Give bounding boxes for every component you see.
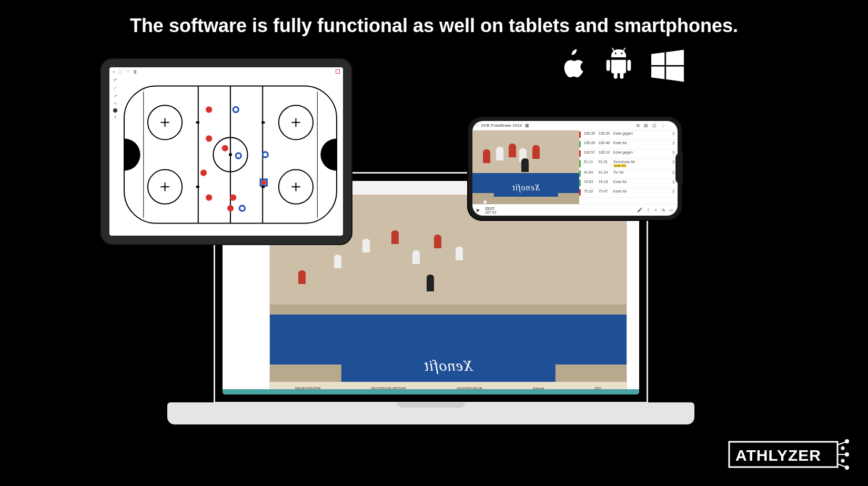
laptop-timeline[interactable] bbox=[223, 389, 639, 394]
marker-tool-icon[interactable] bbox=[113, 108, 117, 113]
phone-playback-controls: ▶ 15:27 107:33 🎤 ⇪ ≡ ◔ ▭ bbox=[472, 204, 678, 216]
tablet-device: × ⬚ ↔ 🗑 ↶ ／ ↗ ∿ T bbox=[100, 58, 352, 245]
svg-rect-33 bbox=[196, 122, 199, 124]
event-row[interactable]: 102:57 103:12 Ecke gegen 🗑 bbox=[579, 149, 678, 159]
phone-video-frame: Xenofit bbox=[472, 130, 579, 204]
svg-rect-35 bbox=[261, 122, 265, 124]
layers-icon[interactable]: ▤ bbox=[644, 123, 648, 128]
event-row[interactable]: 91:11 91:31 Torschuss für aufs Tor 🗑 bbox=[579, 159, 678, 169]
svg-point-25 bbox=[227, 205, 234, 211]
arrow-tool-icon[interactable]: ↗ bbox=[114, 94, 117, 98]
svg-point-26 bbox=[230, 194, 236, 200]
svg-point-44 bbox=[845, 466, 849, 469]
platform-icons bbox=[557, 47, 684, 84]
select-tool-icon[interactable]: ⬚ bbox=[118, 69, 123, 74]
tablet-screen: × ⬚ ↔ 🗑 ↶ ／ ↗ ∿ T bbox=[109, 67, 343, 236]
mic-icon[interactable]: 🎤 bbox=[637, 208, 642, 212]
rink-banner: Xenofit bbox=[341, 349, 556, 382]
svg-point-46 bbox=[842, 460, 844, 462]
total-time: 107:33 bbox=[485, 210, 496, 214]
delete-event-icon[interactable]: 🗑 bbox=[672, 141, 675, 145]
svg-point-22 bbox=[222, 145, 228, 151]
line-tool-icon[interactable]: ／ bbox=[113, 85, 117, 91]
copy-icon[interactable]: ⧉ bbox=[637, 123, 640, 128]
text-tool-icon[interactable]: T bbox=[114, 115, 117, 120]
apple-icon bbox=[557, 47, 586, 84]
brand-logo: ATHLYZER bbox=[728, 438, 849, 473]
svg-line-39 bbox=[837, 442, 846, 445]
delete-event-icon[interactable]: 🗑 bbox=[672, 150, 675, 154]
phone-screen: ‹ DFB Pokalfinale 2018 ▦ ⧉ ▤ ◫ ⋮ bbox=[472, 121, 678, 216]
curve-tool-icon[interactable]: ∿ bbox=[114, 101, 117, 106]
event-row[interactable]: 91:04 91:24 Tor für 🗑 bbox=[579, 169, 678, 179]
undo-icon[interactable]: ↶ bbox=[114, 78, 117, 83]
phone-header: ‹ DFB Pokalfinale 2018 ▦ ⧉ ▤ ◫ ⋮ bbox=[472, 121, 678, 130]
share-icon[interactable]: ⇪ bbox=[647, 208, 650, 212]
close-icon[interactable]: × bbox=[113, 69, 115, 74]
phone-rink-banner: Xenofit bbox=[494, 179, 558, 197]
tablet-toolbar: × ⬚ ↔ 🗑 bbox=[109, 67, 343, 76]
hockey-rink-diagram[interactable] bbox=[123, 79, 338, 230]
svg-point-24 bbox=[206, 194, 212, 200]
tablet-tool-palette: ↶ ／ ↗ ∿ T bbox=[112, 78, 119, 120]
event-row[interactable]: 76:03 76:18 Ecke für 🗑 bbox=[579, 179, 678, 188]
svg-text:ATHLYZER: ATHLYZER bbox=[735, 447, 821, 464]
grid-icon[interactable]: ▦ bbox=[525, 123, 529, 128]
current-time: 15:27 bbox=[485, 207, 496, 210]
svg-point-20 bbox=[206, 106, 212, 113]
android-icon bbox=[604, 47, 633, 84]
event-row[interactable]: 105:20 105:35 Ecke gegen 🗑 bbox=[579, 130, 678, 140]
back-button[interactable]: ‹ bbox=[477, 123, 478, 128]
phone-device: ‹ DFB Pokalfinale 2018 ▦ ⧉ ▤ ◫ ⋮ bbox=[467, 116, 683, 221]
list-icon[interactable]: ≡ bbox=[654, 208, 657, 212]
svg-rect-32 bbox=[261, 180, 266, 185]
event-row[interactable]: 75:32 75:47 Ecke für 🗑 bbox=[579, 188, 678, 198]
play-button[interactable]: ▶ bbox=[477, 208, 480, 212]
phone-event-list: 105:20 105:35 Ecke gegen 🗑 105:20 105:40… bbox=[579, 130, 678, 204]
svg-line-43 bbox=[837, 464, 846, 467]
delete-event-icon[interactable]: 🗑 bbox=[672, 131, 675, 135]
delete-event-icon[interactable]: 🗑 bbox=[672, 170, 675, 174]
clock-icon[interactable]: ◔ bbox=[661, 208, 665, 212]
more-icon[interactable]: ⋮ bbox=[661, 123, 665, 128]
delete-event-icon[interactable]: 🗑 bbox=[672, 180, 675, 184]
svg-point-42 bbox=[845, 453, 849, 456]
bookmark-icon[interactable]: ◫ bbox=[652, 123, 657, 128]
event-row[interactable]: 105:20 105:40 Ecke für 🗑 bbox=[579, 140, 678, 149]
record-indicator-icon bbox=[336, 69, 340, 74]
delete-event-icon[interactable]: 🗑 bbox=[672, 189, 675, 193]
svg-point-23 bbox=[200, 170, 207, 176]
cast-icon[interactable]: ▭ bbox=[669, 208, 673, 212]
move-tool-icon[interactable]: ↔ bbox=[126, 69, 130, 74]
windows-icon bbox=[651, 49, 684, 84]
svg-point-40 bbox=[845, 440, 849, 443]
svg-point-45 bbox=[842, 447, 844, 450]
svg-rect-34 bbox=[196, 186, 199, 188]
page-headline: The software is fully functional as well… bbox=[130, 15, 738, 37]
svg-point-21 bbox=[206, 135, 212, 141]
delete-event-icon[interactable]: 🗑 bbox=[672, 160, 675, 164]
svg-rect-36 bbox=[261, 186, 265, 188]
video-scrubber[interactable] bbox=[472, 200, 579, 204]
phone-title: DFB Pokalfinale 2018 bbox=[481, 123, 522, 128]
svg-point-7 bbox=[229, 153, 232, 156]
delete-tool-icon[interactable]: 🗑 bbox=[133, 69, 137, 74]
